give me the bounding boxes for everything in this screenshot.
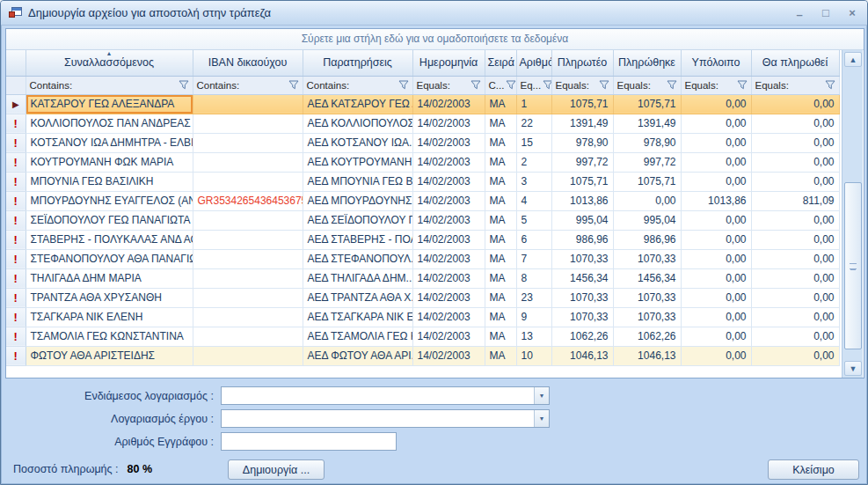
cell-number[interactable]: 13	[516, 327, 551, 346]
cell-number[interactable]: 1	[516, 94, 551, 114]
cell-balance[interactable]: 0,00	[681, 114, 751, 133]
cell-remarks[interactable]: ΑΕΔ ΜΠΟΥΝΙΑ ΓΕΩ Β...	[303, 172, 412, 191]
project-account-combobox[interactable]: ▼	[221, 409, 550, 428]
cell-remarks[interactable]: ΑΕΔ ΚΟΤΣΑΝΟΥ ΙΩΑ...	[303, 133, 412, 152]
cell-balance[interactable]: 1013,86	[681, 191, 751, 210]
cell-date[interactable]: 14/02/2003	[412, 94, 485, 114]
cell-remarks[interactable]: ΑΕΔ ΦΩΤΟΥ ΑΘΑ ΑΡΙ...	[303, 346, 412, 365]
group-by-panel[interactable]: Σύρετε μια στήλη εδώ για να ομαδοποιήσετ…	[6, 29, 864, 50]
cell-iban[interactable]	[193, 249, 303, 268]
table-row[interactable]: !ΤΣΑΓΚΑΡΑ ΝΙΚ ΕΛΕΝΗΑΕΔ ΤΣΑΓΚΑΡΑ ΝΙΚ Ε...…	[6, 307, 839, 327]
cell-iban[interactable]	[193, 288, 303, 307]
cell-balance[interactable]: 0,00	[681, 210, 751, 230]
cell-to_pay[interactable]: 0,00	[751, 133, 839, 152]
cell-name[interactable]: ΚΟΤΣΑΝΟΥ ΙΩΑ ΔΗΜΗΤΡΑ - ΕΛΒΙΡΑ	[26, 133, 193, 152]
maximize-icon[interactable]: □	[820, 7, 832, 18]
cell-series[interactable]: ΜΑ	[485, 133, 516, 152]
cell-iban[interactable]	[193, 327, 303, 346]
filter-funnel-icon[interactable]	[470, 80, 481, 90]
cell-iban[interactable]	[193, 268, 303, 288]
filter-funnel-icon[interactable]	[825, 80, 835, 90]
cell-to_pay[interactable]: 811,09	[751, 191, 839, 210]
cell-iban[interactable]	[193, 152, 303, 172]
cell-to_pay[interactable]: 0,00	[751, 210, 839, 230]
cell-to_pay[interactable]: 0,00	[751, 288, 839, 307]
cell-to_pay[interactable]: 0,00	[751, 307, 839, 327]
cell-iban[interactable]	[193, 307, 303, 327]
cell-series[interactable]: ΜΑ	[485, 288, 516, 307]
cell-series[interactable]: ΜΑ	[485, 210, 516, 230]
filter-funnel-icon[interactable]	[506, 80, 516, 90]
cell-to_pay[interactable]: 0,00	[751, 152, 839, 172]
vertical-scrollbar[interactable]: ▲ ▼	[842, 50, 863, 378]
cell-payable[interactable]: 1391,49	[551, 114, 613, 133]
cell-payable[interactable]: 1075,71	[551, 94, 613, 114]
cell-to_pay[interactable]: 0,00	[751, 114, 839, 133]
filter-name[interactable]: Contains:	[26, 76, 193, 94]
cell-paid[interactable]: 1062,26	[613, 327, 681, 346]
cell-paid[interactable]: 1070,33	[613, 288, 681, 307]
cell-date[interactable]: 14/02/2003	[412, 268, 485, 288]
minimize-icon[interactable]: –	[793, 9, 806, 20]
cell-paid[interactable]: 995,04	[613, 210, 681, 230]
cell-number[interactable]: 4	[516, 191, 551, 210]
filter-payable[interactable]: Equals:	[551, 76, 613, 94]
table-row[interactable]: !ΤΡΑΝΤΖΑ ΑΘΑ ΧΡΥΣΑΝΘΗΑΕΔ ΤΡΑΝΤΖΑ ΑΘΑ Χ..…	[6, 288, 839, 307]
cell-number[interactable]: 15	[516, 133, 551, 152]
scroll-down-icon[interactable]: ▼	[844, 361, 862, 376]
cell-name[interactable]: ΣΤΕΦΑΝΟΠΟΥΛΟΥ ΑΘΑ ΠΑΝΑΓΙΩΤΑ	[26, 249, 193, 268]
cell-series[interactable]: ΜΑ	[485, 307, 516, 327]
cell-number[interactable]: 9	[516, 307, 551, 327]
cell-remarks[interactable]: ΑΕΔ ΤΗΛΙΓΑΔΑ ΔΗΜ...	[303, 268, 412, 288]
cell-series[interactable]: ΜΑ	[485, 327, 516, 346]
cell-payable[interactable]: 1046,13	[551, 346, 613, 365]
scroll-up-icon[interactable]: ▲	[844, 52, 862, 67]
filter-series[interactable]: C...	[485, 76, 516, 94]
column-header-number[interactable]: Αριθμός	[516, 50, 551, 76]
cell-balance[interactable]: 0,00	[681, 172, 751, 191]
cell-date[interactable]: 14/02/2003	[412, 327, 485, 346]
cell-date[interactable]: 14/02/2003	[412, 133, 485, 152]
cell-payable[interactable]: 1070,33	[551, 307, 613, 327]
cell-number[interactable]: 7	[516, 249, 551, 268]
column-header-payable[interactable]: Πληρωτέο	[551, 50, 613, 76]
cell-series[interactable]: ΜΑ	[485, 191, 516, 210]
column-header-date[interactable]: Ημερομηνία	[412, 50, 485, 76]
cell-payable[interactable]: 1013,86	[551, 191, 613, 210]
table-row[interactable]: !ΚΟΤΣΑΝΟΥ ΙΩΑ ΔΗΜΗΤΡΑ - ΕΛΒΙΡΑΑΕΔ ΚΟΤΣΑΝ…	[6, 133, 839, 152]
cell-payable[interactable]: 1070,33	[551, 288, 613, 307]
cell-date[interactable]: 14/02/2003	[412, 114, 485, 133]
cell-paid[interactable]: 1046,13	[613, 346, 681, 365]
cell-series[interactable]: ΜΑ	[485, 94, 516, 114]
filter-funnel-icon[interactable]	[737, 80, 748, 90]
close-button[interactable]: Κλείσιμο	[768, 459, 859, 480]
cell-series[interactable]: ΜΑ	[485, 268, 516, 288]
column-header-to_pay[interactable]: Θα πληρωθεί	[751, 50, 839, 76]
table-row[interactable]: !ΣΕΪΔΟΠΟΥΛΟΥ ΓΕΩ ΠΑΝΑΓΙΩΤΑΑΕΔ ΣΕΪΔΟΠΟΥΛΟ…	[6, 210, 839, 230]
filter-paid[interactable]: Equals:	[613, 76, 681, 94]
cell-paid[interactable]: 978,90	[613, 133, 681, 152]
cell-number[interactable]: 6	[516, 230, 551, 249]
cell-series[interactable]: ΜΑ	[485, 230, 516, 249]
cell-iban[interactable]	[193, 94, 303, 114]
filter-iban[interactable]: Contains:	[193, 76, 303, 94]
cell-remarks[interactable]: ΑΕΔ ΤΡΑΝΤΖΑ ΑΘΑ Χ...	[303, 288, 412, 307]
table-row[interactable]: !ΤΗΛΙΓΑΔΑ ΔΗΜ ΜΑΡΙΑΑΕΔ ΤΗΛΙΓΑΔΑ ΔΗΜ...14…	[6, 268, 839, 288]
cell-remarks[interactable]: ΑΕΔ ΤΣΑΓΚΑΡΑ ΝΙΚ Ε...	[303, 307, 412, 327]
cell-payable[interactable]: 997,72	[551, 152, 613, 172]
cell-payable[interactable]: 995,04	[551, 210, 613, 230]
cell-to_pay[interactable]: 0,00	[751, 346, 839, 365]
cell-number[interactable]: 23	[516, 288, 551, 307]
filter-funnel-icon[interactable]	[543, 80, 551, 90]
cell-iban[interactable]	[193, 210, 303, 230]
cell-name[interactable]: ΚΑΤΣΑΡΟΥ ΓΕΩ ΑΛΕΞΑΝΔΡΑ	[26, 94, 193, 114]
cell-payable[interactable]: 1075,71	[551, 172, 613, 191]
cell-number[interactable]: 22	[516, 114, 551, 133]
cell-balance[interactable]: 0,00	[681, 268, 751, 288]
cell-iban[interactable]	[193, 230, 303, 249]
cell-series[interactable]: ΜΑ	[485, 346, 516, 365]
cell-balance[interactable]: 0,00	[681, 327, 751, 346]
cell-name[interactable]: ΜΠΟΥΝΙΑ ΓΕΩ ΒΑΣΙΛΙΚΗ	[26, 172, 193, 191]
chevron-down-icon[interactable]: ▼	[534, 387, 549, 404]
cell-iban[interactable]	[193, 114, 303, 133]
